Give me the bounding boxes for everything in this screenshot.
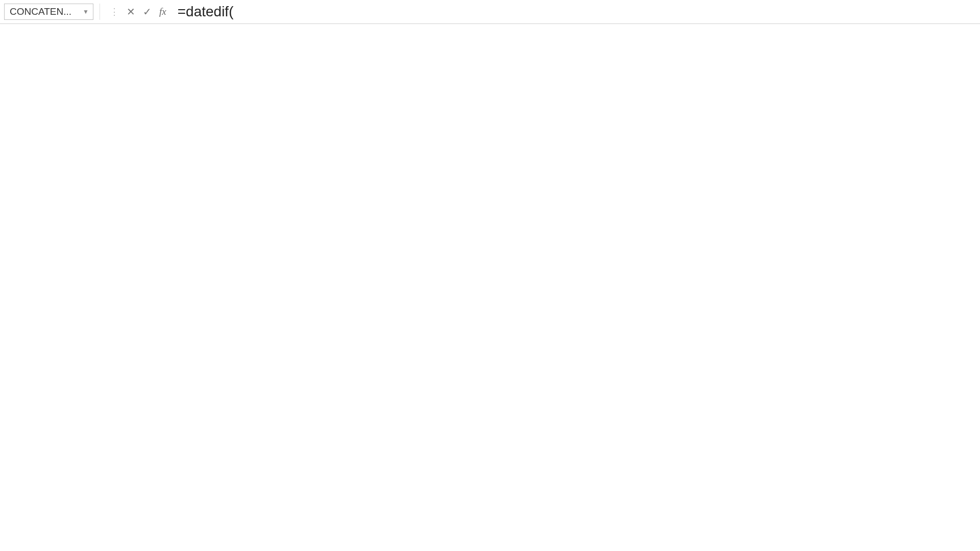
accept-icon[interactable]: ✓ xyxy=(139,4,155,20)
chevron-down-icon[interactable]: ▼ xyxy=(83,8,89,15)
name-box[interactable]: CONCATEN... ▼ xyxy=(4,4,93,20)
separator xyxy=(100,4,100,20)
cancel-icon[interactable]: ✕ xyxy=(122,4,139,20)
more-icon[interactable]: ⋮ xyxy=(106,4,122,20)
formula-bar: CONCATEN... ▼ ⋮ ✕ ✓ fx =datedif( xyxy=(0,0,980,24)
fx-label[interactable]: fx xyxy=(159,6,166,17)
name-box-value: CONCATEN... xyxy=(10,6,71,17)
formula-input[interactable]: =datedif( xyxy=(176,4,976,20)
